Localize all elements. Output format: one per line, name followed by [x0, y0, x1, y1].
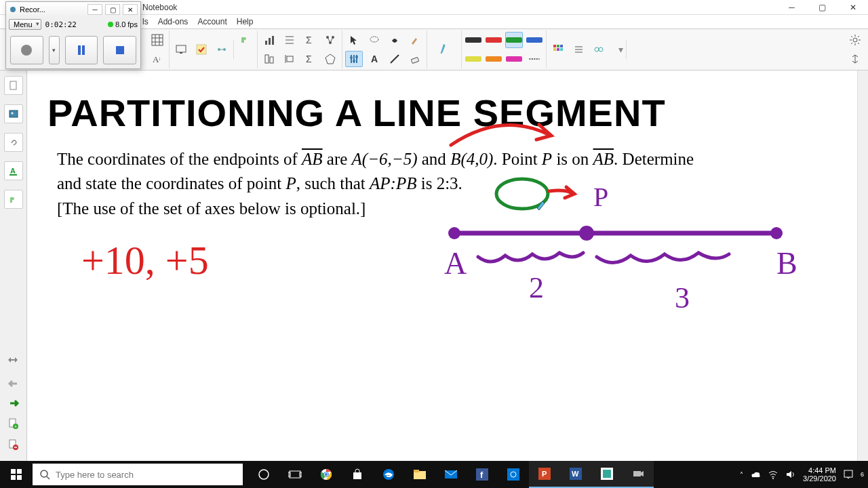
svg-point-84 — [10, 7, 16, 12]
pause-button[interactable] — [65, 36, 98, 64]
stop-button[interactable] — [103, 36, 136, 64]
svg-text:f: f — [480, 470, 484, 480]
canvas[interactable]: PARTITIONING A LINE SEGMENT The coordina… — [27, 70, 868, 461]
wifi-icon[interactable] — [768, 469, 778, 480]
svg-rect-89 — [11, 469, 16, 474]
line-tool-icon[interactable] — [386, 51, 403, 67]
color-grid-icon[interactable] — [549, 41, 567, 58]
lasso-icon[interactable] — [366, 32, 383, 48]
onedrive-icon[interactable] — [750, 469, 761, 480]
table-icon[interactable] — [149, 32, 166, 48]
facebook-icon[interactable]: f — [467, 461, 498, 488]
minimize-button[interactable]: ─ — [776, 1, 807, 14]
mail-icon[interactable] — [435, 461, 467, 488]
page-tab-icon[interactable] — [4, 76, 23, 95]
chrome-icon[interactable] — [311, 461, 342, 488]
spacer — [237, 51, 254, 67]
attach-tab-icon[interactable] — [4, 133, 23, 152]
align3-icon[interactable] — [281, 51, 298, 67]
tray-chevron-icon[interactable]: ˄ — [740, 471, 743, 479]
properties-icon[interactable] — [345, 51, 363, 67]
prev-arrow-icon[interactable] — [7, 378, 20, 391]
sigma-icon[interactable]: Σ — [301, 32, 319, 48]
notification-icon[interactable] — [843, 469, 854, 480]
pen-icon[interactable] — [434, 35, 454, 64]
page-add-icon[interactable]: + — [7, 418, 20, 432]
expand-icon[interactable] — [846, 51, 864, 67]
gear-icon[interactable] — [846, 32, 864, 48]
pen-yellow[interactable] — [465, 51, 482, 67]
recorder-menu-button[interactable]: Menu — [9, 19, 41, 30]
menu-item[interactable]: Help — [237, 17, 254, 26]
svg-rect-25 — [265, 55, 269, 63]
clock[interactable]: 4:44 PM 3/29/2020 — [803, 466, 836, 483]
sigma2-icon[interactable]: Σ — [301, 51, 319, 67]
store-icon[interactable] — [342, 461, 373, 488]
link-icon[interactable] — [590, 41, 608, 58]
menu-item[interactable]: Add-ons — [158, 17, 189, 26]
recorder-min-button[interactable]: ─ — [87, 4, 102, 15]
recorder-task-icon[interactable] — [623, 461, 654, 488]
maximize-button[interactable]: ▢ — [807, 1, 837, 14]
taskview-icon[interactable] — [279, 461, 311, 488]
svg-rect-40 — [411, 57, 418, 63]
pen-magenta[interactable] — [505, 51, 523, 67]
resize-h-icon[interactable] — [7, 355, 20, 369]
smart-notebook-icon[interactable] — [591, 461, 623, 488]
search-box[interactable]: Type here to search — [33, 464, 243, 485]
edge-icon[interactable] — [373, 461, 404, 488]
photos-icon[interactable] — [498, 461, 529, 488]
close-button[interactable]: ✕ — [837, 1, 868, 14]
svg-point-11 — [223, 48, 226, 51]
svg-rect-0 — [152, 35, 163, 45]
volume-icon[interactable] — [785, 469, 796, 480]
explorer-icon[interactable] — [404, 461, 435, 488]
recorder-titlebar[interactable]: Recor... ─ ▢ ✕ — [6, 2, 140, 17]
start-button[interactable] — [0, 461, 33, 488]
align-icon[interactable] — [281, 32, 298, 48]
check-icon[interactable] — [193, 41, 210, 58]
menu-item[interactable]: Account — [197, 17, 226, 26]
svg-line-24 — [330, 37, 333, 43]
list-icon[interactable] — [570, 41, 587, 58]
fill-icon[interactable] — [386, 32, 403, 48]
eraser-icon[interactable] — [406, 51, 424, 67]
puzzle-icon[interactable] — [237, 32, 254, 48]
page-del-icon[interactable] — [7, 439, 20, 453]
pen-green[interactable] — [505, 32, 523, 48]
nodes-icon[interactable] — [321, 32, 339, 48]
pen-dash[interactable] — [526, 51, 543, 67]
gallery-tab-icon[interactable] — [4, 104, 23, 123]
svg-point-36 — [353, 60, 355, 62]
record-dropdown[interactable]: ▾ — [49, 36, 60, 64]
recorder-window[interactable]: Recor... ─ ▢ ✕ Menu 0:02:22 8.0 fps ▾ — [5, 1, 141, 69]
align2-icon[interactable] — [260, 51, 278, 67]
addon-tab-icon[interactable] — [4, 190, 23, 209]
window-title: Notebook — [142, 3, 776, 12]
record-button[interactable] — [10, 36, 43, 64]
connector-icon[interactable] — [213, 41, 231, 58]
cortana-icon[interactable] — [248, 461, 279, 488]
scrollbar[interactable] — [857, 70, 868, 461]
word-icon[interactable]: W — [560, 461, 591, 488]
screen-icon[interactable] — [172, 41, 190, 58]
next-arrow-icon[interactable] — [7, 398, 20, 411]
svg-line-23 — [328, 37, 330, 43]
polygon-icon[interactable] — [321, 51, 339, 67]
menu-item[interactable]: ls — [142, 17, 149, 26]
brush-icon[interactable] — [406, 32, 424, 48]
text-tool-icon[interactable]: A — [366, 51, 383, 67]
pen-blue[interactable] — [526, 32, 543, 48]
recorder-close-button[interactable]: ✕ — [123, 4, 138, 15]
format-tab-icon[interactable]: A — [4, 161, 23, 180]
pen-red[interactable] — [485, 32, 502, 48]
system-tray[interactable]: ˄ 4:44 PM 3/29/2020 6 — [740, 466, 868, 483]
bar-chart-icon[interactable] — [260, 32, 278, 48]
pen-orange[interactable] — [485, 51, 502, 67]
powerpoint-icon[interactable]: P — [529, 461, 560, 488]
svg-rect-90 — [17, 469, 22, 474]
text-icon[interactable]: A↓ — [149, 51, 166, 67]
pointer-icon[interactable] — [345, 32, 363, 48]
recorder-max-button[interactable]: ▢ — [105, 4, 120, 15]
pen-black[interactable] — [465, 32, 482, 48]
